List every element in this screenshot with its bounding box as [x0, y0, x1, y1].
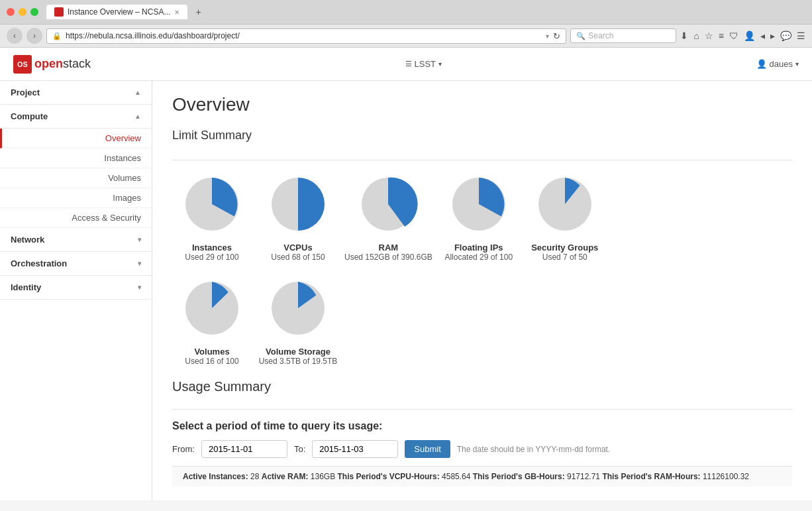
tab-favicon — [54, 7, 64, 17]
active-instances-value: 28 — [250, 472, 262, 481]
project-name: LSST — [415, 59, 436, 69]
limit-summary-divider — [172, 160, 792, 160]
dropdown-icon: ▾ — [546, 32, 549, 40]
logo-icon: OS — [13, 55, 32, 74]
security-groups-label: Security Groups — [531, 243, 598, 253]
chart-floating-ips: Floating IPs Allocated 29 of 100 — [439, 171, 519, 262]
active-instances-label: Active Instances: — [183, 472, 248, 481]
usage-summary-divider — [172, 409, 792, 410]
date-form-row: From: To: Submit The date should be in Y… — [172, 440, 792, 458]
sidebar-section-network[interactable]: Network ▾ — [0, 228, 152, 252]
reader-icon[interactable]: ≡ — [719, 30, 724, 41]
vcpus-sublabel: Used 68 of 150 — [271, 253, 325, 262]
chart-instances: Instances Used 29 of 100 — [172, 171, 252, 262]
instances-pie-chart — [179, 171, 245, 237]
orchestration-section-label: Orchestration — [11, 258, 67, 268]
app-header: OS openstack ☰ LSST ▾ 👤 daues ▾ — [0, 48, 812, 81]
ram-hours-label: This Period's RAM-Hours: — [602, 472, 700, 481]
sidebar-item-instances[interactable]: Instances — [0, 148, 152, 168]
compute-chevron-icon: ▲ — [134, 113, 141, 120]
active-tab[interactable]: Instance Overview – NCSA... ✕ — [46, 5, 187, 19]
forward-arrow-icon[interactable]: ▸ — [770, 30, 775, 41]
from-date-input[interactable] — [201, 440, 287, 458]
to-label: To: — [294, 444, 305, 454]
volumes-label: Volumes — [194, 347, 229, 357]
chart-volume-storage: Volume Storage Used 3.5TB of 19.5TB — [258, 275, 338, 366]
back-button[interactable]: ‹ — [7, 28, 23, 44]
project-menu-icon: ☰ — [405, 60, 412, 68]
sidebar-section-identity[interactable]: Identity ▾ — [0, 276, 152, 300]
browser-titlebar: Instance Overview – NCSA... ✕ + — [0, 0, 812, 25]
home-icon[interactable]: ⌂ — [693, 30, 699, 41]
chat-icon[interactable]: 💬 — [780, 30, 791, 41]
ram-hours-value: 11126100.32 — [703, 472, 749, 481]
tab-close-icon[interactable]: ✕ — [174, 9, 179, 16]
shield-icon[interactable]: 🛡 — [729, 30, 738, 41]
sidebar-item-overview[interactable]: Overview — [0, 129, 152, 148]
search-placeholder: Search — [588, 31, 613, 40]
window-controls — [7, 8, 38, 16]
sidebar-item-access-security[interactable]: Access & Security — [0, 208, 152, 228]
gb-hours-value: 91712.71 — [567, 472, 602, 481]
minimize-button[interactable] — [19, 8, 26, 16]
to-date-input[interactable] — [312, 440, 398, 458]
close-button[interactable] — [7, 8, 15, 16]
sidebar-section-compute[interactable]: Compute ▲ — [0, 105, 152, 129]
back-arrow-icon[interactable]: ◂ — [760, 30, 765, 41]
app-container: OS openstack ☰ LSST ▾ 👤 daues ▾ Project … — [0, 48, 812, 500]
avatar-icon[interactable]: 👤 — [744, 30, 755, 41]
openstack-logo: OS openstack — [13, 55, 91, 74]
submit-button[interactable]: Submit — [405, 440, 450, 458]
volume-storage-pie-chart — [265, 275, 331, 341]
maximize-button[interactable] — [30, 8, 38, 16]
sidebar-section-project[interactable]: Project ▲ — [0, 81, 152, 105]
volume-storage-sublabel: Used 3.5TB of 19.5TB — [259, 357, 338, 366]
chart-security-groups: Security Groups Used 7 of 50 — [525, 171, 605, 262]
page-title: Overview — [172, 94, 792, 115]
refresh-icon[interactable]: ↻ — [553, 31, 560, 41]
vcpu-hours-value: 4585.64 — [442, 472, 473, 481]
vcpus-label: VCPUs — [283, 243, 312, 253]
browser-search-box[interactable]: 🔍 Search — [570, 28, 676, 43]
floating-ips-pie-chart — [446, 171, 512, 237]
browser-toolbar-icons: ⬇ ⌂ ☆ ≡ 🛡 👤 ◂ ▸ 💬 ☰ — [680, 30, 805, 41]
security-groups-pie-chart — [532, 171, 598, 237]
network-section-label: Network — [11, 235, 44, 245]
sidebar-item-volumes[interactable]: Volumes — [0, 168, 152, 188]
vcpu-hours-label: This Period's VCPU-Hours: — [337, 472, 439, 481]
stats-bar: Active Instances: 28 Active RAM: 136GB T… — [172, 466, 792, 486]
floating-ips-sublabel: Allocated 29 of 100 — [444, 253, 513, 262]
project-dropdown-icon: ▾ — [438, 60, 442, 68]
orchestration-chevron-icon: ▾ — [138, 260, 141, 267]
sidebar-section-orchestration[interactable]: Orchestration ▾ — [0, 252, 152, 276]
period-label: Select a period of time to query its usa… — [172, 420, 792, 432]
user-menu[interactable]: 👤 daues ▾ — [756, 59, 799, 69]
main-content: Overview Limit Summary Instances Used 29… — [152, 81, 812, 500]
instances-label: Instances — [192, 243, 232, 253]
instances-sublabel: Used 29 of 100 — [185, 253, 238, 262]
identity-section-label: Identity — [11, 282, 41, 292]
ram-label: RAM — [379, 243, 399, 253]
chart-ram: RAM Used 152GB of 390.6GB — [344, 171, 432, 262]
ram-pie-chart — [355, 171, 421, 237]
user-icon: 👤 — [756, 59, 767, 69]
project-selector[interactable]: ☰ LSST ▾ — [405, 59, 442, 69]
address-bar[interactable]: 🔒 https://nebula.ncsa.illinois.edu/dashb… — [46, 28, 566, 44]
chart-vcpus: VCPUs Used 68 of 150 — [258, 171, 338, 262]
gb-hours-label: This Period's GB-Hours: — [473, 472, 565, 481]
forward-button[interactable]: › — [26, 28, 42, 44]
tab-title: Instance Overview – NCSA... — [68, 7, 170, 17]
browser-chrome: Instance Overview – NCSA... ✕ + ‹ › 🔒 ht… — [0, 0, 812, 48]
sidebar: Project ▲ Compute ▲ Overview Instances V… — [0, 81, 152, 500]
sidebar-item-images[interactable]: Images — [0, 188, 152, 208]
from-label: From: — [172, 444, 195, 454]
new-tab-button[interactable]: + — [190, 4, 206, 20]
username: daues — [770, 59, 793, 69]
limit-summary-title: Limit Summary — [172, 129, 792, 146]
user-dropdown-icon: ▾ — [795, 60, 799, 68]
volumes-sublabel: Used 16 of 100 — [185, 357, 238, 366]
bookmark-icon[interactable]: ☆ — [705, 30, 713, 41]
download-icon[interactable]: ⬇ — [680, 30, 688, 41]
logo-text: openstack — [34, 57, 91, 71]
menu-icon[interactable]: ☰ — [797, 30, 805, 41]
